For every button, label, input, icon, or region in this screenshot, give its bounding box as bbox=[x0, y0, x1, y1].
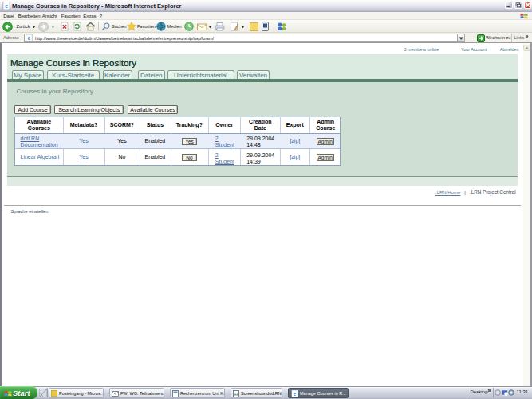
svg-text:e: e bbox=[5, 2, 8, 10]
